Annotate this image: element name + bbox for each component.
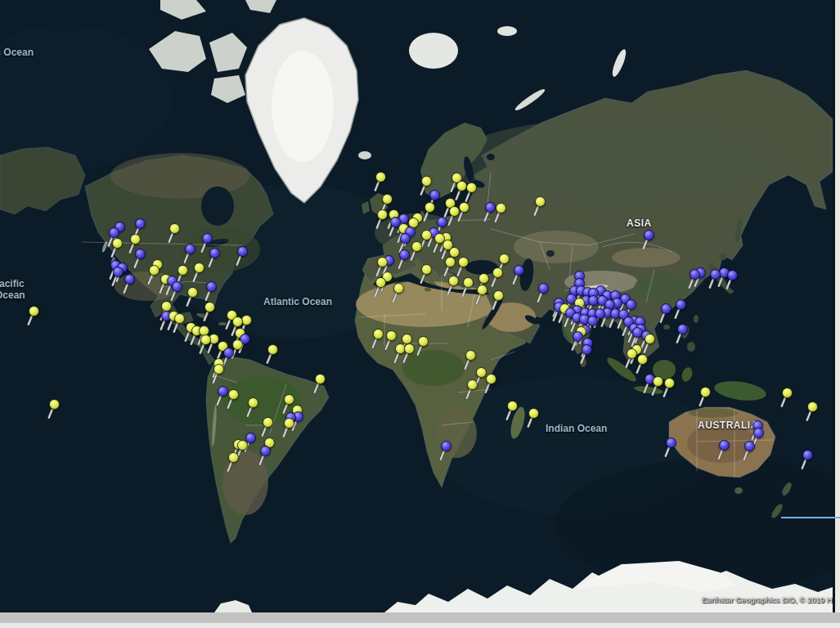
map-attribution: Earthstar Geographics SIO, © 2019 HER (702, 595, 833, 604)
pin-head (437, 217, 447, 227)
pin-head (200, 334, 211, 345)
horizontal-scrollbar[interactable] (0, 612, 840, 623)
pin-head (424, 202, 435, 213)
pin-head (421, 230, 432, 240)
pin-head (463, 277, 474, 288)
pin-head (666, 437, 676, 448)
pin-head (486, 374, 496, 384)
pin-head (248, 397, 258, 408)
pin-head (382, 194, 393, 204)
pin-head (232, 339, 243, 350)
right-panel-edge (835, 0, 840, 612)
screenshot-root: Arctic Ocean Pacific Ocean Atlantic Ocea… (0, 0, 840, 628)
pin-head (284, 418, 294, 428)
pin-head (573, 331, 583, 342)
pin-head (130, 234, 141, 244)
pin-head (174, 313, 185, 324)
pin-head (260, 446, 271, 456)
pin-head (637, 354, 648, 365)
pin-head (538, 283, 549, 294)
pin-head (29, 306, 39, 316)
pin-head (459, 202, 469, 213)
pin-head (124, 274, 135, 285)
pin-head (744, 441, 755, 451)
pin-head (807, 401, 818, 412)
pin-head (802, 450, 813, 460)
pin-head (172, 281, 182, 292)
pin-head (476, 367, 487, 378)
pin-head (194, 262, 204, 273)
pin-head (232, 316, 243, 327)
pin-head (375, 172, 386, 182)
pin-head (263, 417, 273, 428)
pin-head (441, 441, 451, 451)
pin-head (109, 227, 119, 238)
pin-head (135, 249, 146, 259)
pin-head (492, 267, 503, 278)
pin-head (782, 388, 793, 398)
pin-head (676, 299, 686, 310)
pin-head (113, 267, 124, 277)
pin-head (177, 265, 188, 276)
pin-head (393, 283, 404, 294)
pin-head (677, 324, 688, 334)
pin-head (719, 440, 730, 451)
pin-head (228, 452, 239, 463)
pin-head (467, 379, 478, 390)
pin-head (478, 273, 489, 284)
pin-head (161, 301, 172, 312)
pin-head (499, 253, 510, 264)
pin-head (710, 269, 721, 280)
pin-head (485, 202, 496, 213)
pin-head (466, 182, 477, 193)
pin-head (228, 389, 239, 400)
pin-head (421, 176, 432, 186)
pin-head (449, 206, 460, 217)
pin-head (429, 190, 440, 200)
pin-head (223, 348, 234, 358)
pin-head (496, 203, 506, 213)
map-canvas[interactable]: Arctic Ocean Pacific Ocean Atlantic Ocea… (0, 0, 833, 612)
pin-head (465, 350, 476, 361)
pin-head (507, 401, 518, 411)
pin-head (185, 244, 195, 254)
pin-head (627, 348, 637, 359)
pin-head (373, 329, 384, 339)
pin-head (375, 277, 386, 288)
pin-head (404, 343, 415, 354)
bottom-strip (0, 623, 840, 628)
pin-head (448, 276, 459, 286)
pin-head (209, 248, 220, 258)
pin-head (284, 394, 294, 405)
pin-head (315, 374, 326, 384)
pin-head (399, 249, 410, 260)
pin-head (135, 218, 146, 229)
pin-head (204, 302, 215, 312)
pin-head (49, 399, 60, 410)
pin-head (386, 330, 397, 341)
pin-head (644, 230, 654, 240)
pin-head (218, 386, 228, 397)
pin-head (514, 265, 524, 276)
pin-head (587, 316, 598, 326)
pin-head (477, 285, 487, 295)
pin-head (528, 408, 539, 419)
pin-head (626, 299, 636, 310)
pin-head (202, 233, 213, 244)
pin-head (267, 344, 278, 355)
pin-head (458, 257, 469, 267)
pin-head (418, 336, 429, 347)
pin-head (449, 247, 460, 258)
pin-head (237, 440, 248, 451)
pins-layer (0, 0, 833, 612)
pin-head (187, 287, 198, 298)
pin-head (664, 378, 675, 388)
pin-head (445, 257, 456, 267)
pin-head (411, 241, 422, 252)
pin-head (582, 344, 592, 355)
pin-head (456, 181, 467, 191)
pin-head (653, 376, 663, 387)
pin-head (206, 281, 217, 292)
pin-head (377, 209, 388, 220)
pin-head (753, 428, 764, 438)
